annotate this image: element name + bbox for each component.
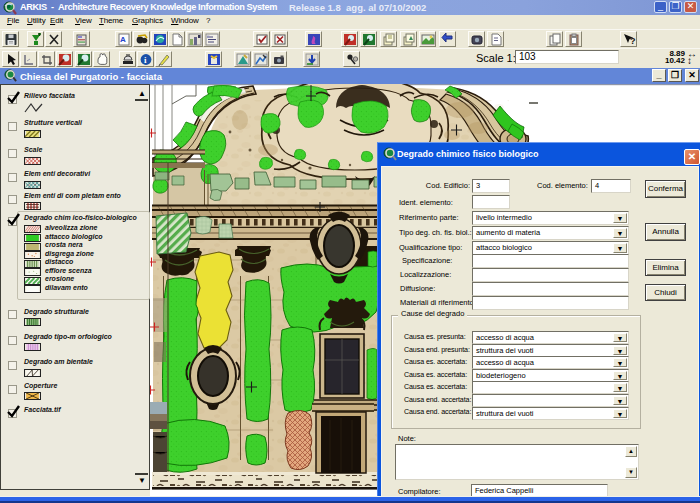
svg-text:A: A — [120, 35, 126, 44]
svg-text:?: ? — [630, 36, 636, 46]
